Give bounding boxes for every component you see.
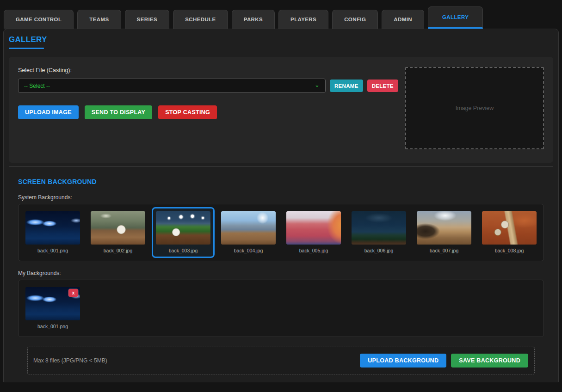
system-backgrounds-label: System Backgrounds: [18,194,544,201]
system-backgrounds-grid: back_001.pngback_002.jpgback_003.jpgback… [18,204,544,261]
tab-series[interactable]: SERIES [125,10,170,29]
background-thumbnail[interactable]: x [25,287,80,320]
top-tab-bar: GAME CONTROLTEAMSSERIESSCHEDULEPARKSPLAY… [0,0,562,29]
background-filename: back_006.jpg [364,248,393,253]
background-filename: back_001.png [37,248,68,253]
background-filename: back_005.jpg [299,248,328,253]
page-title: GALLERY [9,35,553,44]
background-tile-back_001[interactable]: xback_001.png [21,283,84,334]
background-filename: back_001.png [37,324,68,329]
background-tile-back_006[interactable]: back_006.jpg [347,207,410,258]
image-preview-box: Image Preview [405,67,544,149]
upload-background-button[interactable]: UPLOAD BACKGROUND [360,354,446,368]
background-tile-back_004[interactable]: back_004.jpg [217,207,280,258]
image-preview-placeholder: Image Preview [456,105,494,111]
casting-panel: Select File (Casting): -- Select -- ⌄ RE… [9,57,553,163]
screen-background-title: SCREEN BACKGROUND [18,178,544,185]
background-tile-back_008[interactable]: back_008.jpg [478,207,541,258]
tab-parks[interactable]: PARKS [232,10,275,29]
background-thumbnail[interactable] [221,211,276,245]
stop-casting-button[interactable]: STOP CASTING [158,105,217,119]
casting-file-select[interactable]: -- Select -- ⌄ [18,79,326,93]
upload-image-button[interactable]: UPLOAD IMAGE [18,105,79,119]
background-footer-bar: Max 8 files (JPG/PNG < 5MB) UPLOAD BACKG… [27,347,535,374]
background-filename: back_003.jpg [169,248,198,253]
page-title-underline [9,48,44,49]
footer-buttons: UPLOAD BACKGROUND SAVE BACKGROUND [360,354,528,368]
screen-background-section: SCREEN BACKGROUND System Backgrounds: ba… [9,178,553,374]
section-divider [9,166,553,167]
casting-file-select-value: -- Select -- [24,83,50,89]
rename-button[interactable]: RENAME [330,80,363,92]
background-thumbnail[interactable] [417,211,471,245]
tab-config[interactable]: CONFIG [332,10,378,29]
chevron-down-icon: ⌄ [315,83,320,87]
background-filename: back_008.jpg [495,248,524,253]
tab-schedule[interactable]: SCHEDULE [173,10,228,29]
tab-teams[interactable]: TEAMS [77,10,121,29]
delete-button[interactable]: DELETE [367,80,398,92]
background-thumbnail[interactable] [156,211,210,245]
background-filename: back_007.jpg [430,248,458,253]
tab-players[interactable]: PLAYERS [278,10,328,29]
tab-game-control[interactable]: GAME CONTROL [4,10,74,29]
tab-admin[interactable]: ADMIN [382,10,424,29]
background-filename: back_004.jpg [234,248,263,253]
background-thumbnail[interactable] [352,211,406,245]
my-backgrounds-grid: xback_001.png [18,280,544,337]
send-to-display-button[interactable]: SEND TO DISPLAY [85,105,152,119]
background-tile-back_003[interactable]: back_003.jpg [152,207,215,258]
background-tile-back_007[interactable]: back_007.jpg [413,207,476,258]
max-files-note: Max 8 files (JPG/PNG < 5MB) [33,357,107,364]
background-thumbnail[interactable] [25,211,80,245]
my-backgrounds-label: My Backgrounds: [18,270,544,276]
tab-gallery[interactable]: GALLERY [428,6,483,29]
background-thumbnail[interactable] [91,211,145,245]
remove-background-button[interactable]: x [68,289,78,297]
gallery-page: GALLERY Select File (Casting): -- Select… [3,29,559,382]
background-filename: back_002.jpg [104,248,132,253]
background-thumbnail[interactable] [286,211,341,245]
background-tile-back_005[interactable]: back_005.jpg [282,207,345,258]
save-background-button[interactable]: SAVE BACKGROUND [451,354,528,368]
background-tile-back_001[interactable]: back_001.png [21,207,84,258]
background-thumbnail[interactable] [482,211,537,245]
background-tile-back_002[interactable]: back_002.jpg [86,207,149,258]
